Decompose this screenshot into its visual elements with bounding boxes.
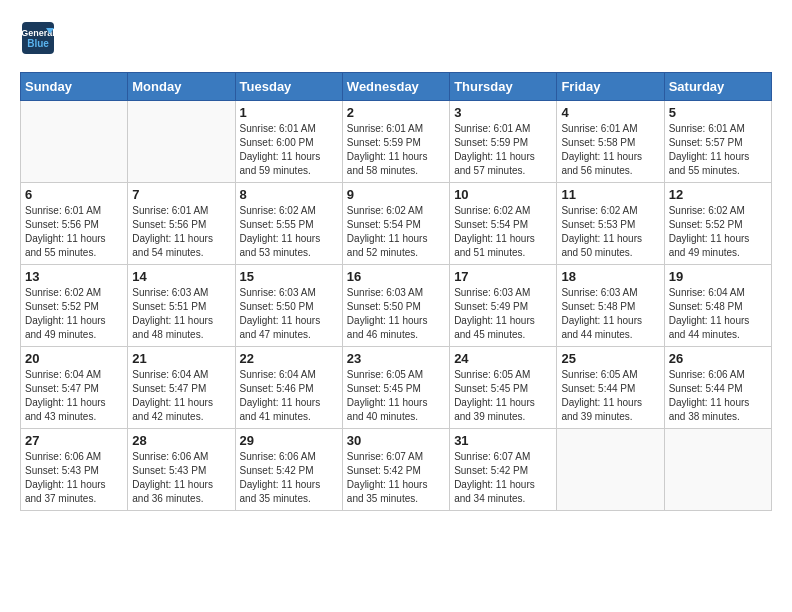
day-info: Sunrise: 6:01 AM Sunset: 5:58 PM Dayligh… (561, 122, 659, 178)
day-number: 3 (454, 105, 552, 120)
calendar-cell: 27Sunrise: 6:06 AM Sunset: 5:43 PM Dayli… (21, 429, 128, 511)
day-info: Sunrise: 6:04 AM Sunset: 5:46 PM Dayligh… (240, 368, 338, 424)
day-info: Sunrise: 6:05 AM Sunset: 5:45 PM Dayligh… (454, 368, 552, 424)
calendar-cell: 9Sunrise: 6:02 AM Sunset: 5:54 PM Daylig… (342, 183, 449, 265)
day-info: Sunrise: 6:06 AM Sunset: 5:42 PM Dayligh… (240, 450, 338, 506)
calendar-cell: 14Sunrise: 6:03 AM Sunset: 5:51 PM Dayli… (128, 265, 235, 347)
svg-text:Blue: Blue (27, 38, 49, 49)
day-number: 22 (240, 351, 338, 366)
day-number: 14 (132, 269, 230, 284)
logo: General Blue (20, 20, 60, 56)
day-info: Sunrise: 6:07 AM Sunset: 5:42 PM Dayligh… (347, 450, 445, 506)
calendar-cell: 20Sunrise: 6:04 AM Sunset: 5:47 PM Dayli… (21, 347, 128, 429)
calendar-cell: 17Sunrise: 6:03 AM Sunset: 5:49 PM Dayli… (450, 265, 557, 347)
day-number: 30 (347, 433, 445, 448)
day-number: 2 (347, 105, 445, 120)
weekday-header: Monday (128, 73, 235, 101)
day-number: 8 (240, 187, 338, 202)
calendar-cell: 3Sunrise: 6:01 AM Sunset: 5:59 PM Daylig… (450, 101, 557, 183)
day-info: Sunrise: 6:02 AM Sunset: 5:52 PM Dayligh… (669, 204, 767, 260)
day-info: Sunrise: 6:05 AM Sunset: 5:45 PM Dayligh… (347, 368, 445, 424)
calendar-week-row: 1Sunrise: 6:01 AM Sunset: 6:00 PM Daylig… (21, 101, 772, 183)
weekday-header: Friday (557, 73, 664, 101)
day-info: Sunrise: 6:02 AM Sunset: 5:53 PM Dayligh… (561, 204, 659, 260)
day-info: Sunrise: 6:04 AM Sunset: 5:47 PM Dayligh… (25, 368, 123, 424)
calendar-cell: 25Sunrise: 6:05 AM Sunset: 5:44 PM Dayli… (557, 347, 664, 429)
day-number: 23 (347, 351, 445, 366)
day-number: 13 (25, 269, 123, 284)
calendar-cell (128, 101, 235, 183)
calendar-cell: 7Sunrise: 6:01 AM Sunset: 5:56 PM Daylig… (128, 183, 235, 265)
calendar-cell: 26Sunrise: 6:06 AM Sunset: 5:44 PM Dayli… (664, 347, 771, 429)
day-info: Sunrise: 6:03 AM Sunset: 5:50 PM Dayligh… (240, 286, 338, 342)
day-number: 29 (240, 433, 338, 448)
page-header: General Blue (20, 20, 772, 56)
day-number: 21 (132, 351, 230, 366)
calendar-cell (557, 429, 664, 511)
calendar-cell: 2Sunrise: 6:01 AM Sunset: 5:59 PM Daylig… (342, 101, 449, 183)
day-number: 7 (132, 187, 230, 202)
day-info: Sunrise: 6:01 AM Sunset: 5:57 PM Dayligh… (669, 122, 767, 178)
day-info: Sunrise: 6:02 AM Sunset: 5:54 PM Dayligh… (454, 204, 552, 260)
calendar-cell: 23Sunrise: 6:05 AM Sunset: 5:45 PM Dayli… (342, 347, 449, 429)
day-number: 11 (561, 187, 659, 202)
day-number: 28 (132, 433, 230, 448)
calendar-cell: 29Sunrise: 6:06 AM Sunset: 5:42 PM Dayli… (235, 429, 342, 511)
day-number: 15 (240, 269, 338, 284)
day-info: Sunrise: 6:07 AM Sunset: 5:42 PM Dayligh… (454, 450, 552, 506)
weekday-header: Sunday (21, 73, 128, 101)
weekday-header: Tuesday (235, 73, 342, 101)
day-info: Sunrise: 6:06 AM Sunset: 5:43 PM Dayligh… (25, 450, 123, 506)
day-info: Sunrise: 6:03 AM Sunset: 5:50 PM Dayligh… (347, 286, 445, 342)
calendar-cell: 31Sunrise: 6:07 AM Sunset: 5:42 PM Dayli… (450, 429, 557, 511)
day-number: 17 (454, 269, 552, 284)
day-number: 9 (347, 187, 445, 202)
calendar-cell: 22Sunrise: 6:04 AM Sunset: 5:46 PM Dayli… (235, 347, 342, 429)
day-info: Sunrise: 6:04 AM Sunset: 5:47 PM Dayligh… (132, 368, 230, 424)
day-number: 26 (669, 351, 767, 366)
calendar-cell: 4Sunrise: 6:01 AM Sunset: 5:58 PM Daylig… (557, 101, 664, 183)
day-info: Sunrise: 6:01 AM Sunset: 5:59 PM Dayligh… (454, 122, 552, 178)
calendar-cell: 18Sunrise: 6:03 AM Sunset: 5:48 PM Dayli… (557, 265, 664, 347)
day-info: Sunrise: 6:03 AM Sunset: 5:49 PM Dayligh… (454, 286, 552, 342)
calendar-cell: 10Sunrise: 6:02 AM Sunset: 5:54 PM Dayli… (450, 183, 557, 265)
day-info: Sunrise: 6:03 AM Sunset: 5:51 PM Dayligh… (132, 286, 230, 342)
day-number: 4 (561, 105, 659, 120)
day-number: 5 (669, 105, 767, 120)
calendar-cell: 12Sunrise: 6:02 AM Sunset: 5:52 PM Dayli… (664, 183, 771, 265)
calendar-cell: 21Sunrise: 6:04 AM Sunset: 5:47 PM Dayli… (128, 347, 235, 429)
day-info: Sunrise: 6:01 AM Sunset: 5:56 PM Dayligh… (25, 204, 123, 260)
calendar-week-row: 27Sunrise: 6:06 AM Sunset: 5:43 PM Dayli… (21, 429, 772, 511)
day-info: Sunrise: 6:02 AM Sunset: 5:54 PM Dayligh… (347, 204, 445, 260)
calendar-header-row: SundayMondayTuesdayWednesdayThursdayFrid… (21, 73, 772, 101)
day-number: 18 (561, 269, 659, 284)
day-info: Sunrise: 6:01 AM Sunset: 5:59 PM Dayligh… (347, 122, 445, 178)
calendar-cell: 11Sunrise: 6:02 AM Sunset: 5:53 PM Dayli… (557, 183, 664, 265)
day-number: 1 (240, 105, 338, 120)
day-info: Sunrise: 6:05 AM Sunset: 5:44 PM Dayligh… (561, 368, 659, 424)
weekday-header: Saturday (664, 73, 771, 101)
calendar-cell: 13Sunrise: 6:02 AM Sunset: 5:52 PM Dayli… (21, 265, 128, 347)
day-number: 27 (25, 433, 123, 448)
day-number: 25 (561, 351, 659, 366)
calendar-week-row: 6Sunrise: 6:01 AM Sunset: 5:56 PM Daylig… (21, 183, 772, 265)
day-number: 12 (669, 187, 767, 202)
day-number: 19 (669, 269, 767, 284)
day-info: Sunrise: 6:02 AM Sunset: 5:52 PM Dayligh… (25, 286, 123, 342)
day-number: 10 (454, 187, 552, 202)
day-info: Sunrise: 6:02 AM Sunset: 5:55 PM Dayligh… (240, 204, 338, 260)
calendar-cell: 8Sunrise: 6:02 AM Sunset: 5:55 PM Daylig… (235, 183, 342, 265)
calendar-cell (664, 429, 771, 511)
calendar-cell: 5Sunrise: 6:01 AM Sunset: 5:57 PM Daylig… (664, 101, 771, 183)
calendar-week-row: 20Sunrise: 6:04 AM Sunset: 5:47 PM Dayli… (21, 347, 772, 429)
weekday-header: Thursday (450, 73, 557, 101)
calendar-cell: 19Sunrise: 6:04 AM Sunset: 5:48 PM Dayli… (664, 265, 771, 347)
calendar-cell: 30Sunrise: 6:07 AM Sunset: 5:42 PM Dayli… (342, 429, 449, 511)
day-info: Sunrise: 6:01 AM Sunset: 6:00 PM Dayligh… (240, 122, 338, 178)
logo-icon: General Blue (20, 20, 56, 56)
calendar-table: SundayMondayTuesdayWednesdayThursdayFrid… (20, 72, 772, 511)
calendar-week-row: 13Sunrise: 6:02 AM Sunset: 5:52 PM Dayli… (21, 265, 772, 347)
calendar-cell: 24Sunrise: 6:05 AM Sunset: 5:45 PM Dayli… (450, 347, 557, 429)
calendar-cell: 1Sunrise: 6:01 AM Sunset: 6:00 PM Daylig… (235, 101, 342, 183)
day-number: 20 (25, 351, 123, 366)
